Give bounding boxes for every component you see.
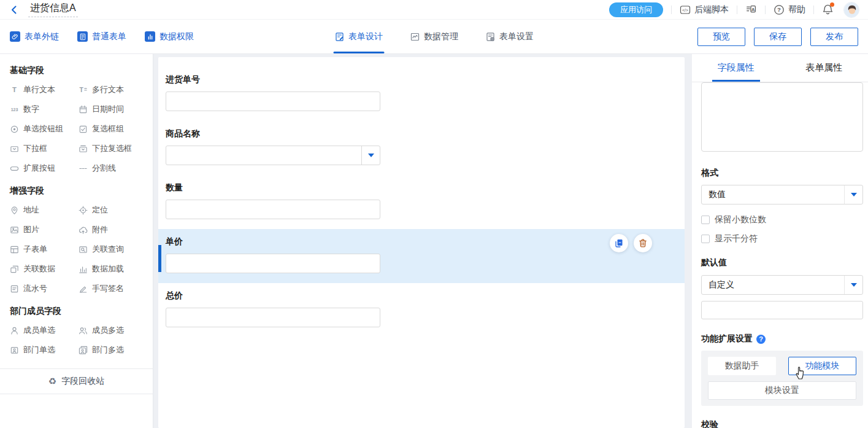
dept-multi-icon [79, 346, 88, 355]
notifications-button[interactable] [822, 4, 834, 15]
field-type-item-textarea[interactable]: T多行文本 [79, 80, 147, 99]
form-field-row[interactable]: 数量 [158, 175, 685, 229]
permission-icon [145, 31, 155, 42]
chevron-down-icon[interactable] [844, 276, 862, 294]
property-panel: 字段属性 表单属性 格式 数值 保留小数位数显示千分符 默认值 自定义 功能扩展… [692, 54, 868, 428]
tab-form-properties[interactable]: 表单属性 [780, 54, 868, 82]
field-type-item-subform[interactable]: 子表单 [10, 239, 79, 259]
checkbox-icon[interactable] [701, 216, 710, 224]
avatar[interactable] [843, 2, 859, 18]
default-value-select[interactable]: 自定义 [701, 275, 863, 295]
subform-icon [10, 245, 19, 254]
field-type-item-data-load[interactable]: 数据加载 [79, 259, 147, 279]
extension-title-label: 功能扩展设置 [701, 333, 753, 344]
form-external-link[interactable]: 表单外链 [10, 31, 59, 42]
app-access-button[interactable]: 应用访问 [609, 2, 663, 17]
field-type-item-datetime[interactable]: 日期时间 [79, 99, 147, 119]
titlebar-right: 应用访问 </> 后端脚本 A ? 帮助 [609, 2, 859, 18]
field-options-box[interactable] [701, 82, 863, 152]
preview-button[interactable]: 预览 [697, 28, 745, 46]
main-tabs: 表单设计 数据管理 表单设置 [334, 20, 534, 53]
option-checkbox-row[interactable]: 保留小数位数 [701, 210, 863, 229]
question-icon[interactable]: ? [756, 335, 766, 344]
field-type-item-member-single[interactable]: 成员单选 [10, 321, 79, 340]
field-type-item-member-multi[interactable]: 成员多选 [79, 321, 147, 340]
delete-field-button[interactable] [634, 234, 652, 252]
default-value-input[interactable] [701, 301, 863, 319]
validation-section-title: 校验 [701, 419, 863, 428]
help-button[interactable]: ? 帮助 [774, 4, 805, 15]
link-query-icon [79, 245, 88, 254]
extension-buttons: 数据助手功能模块 [708, 357, 856, 375]
backend-script-button[interactable]: </> 后端脚本 [680, 4, 729, 15]
form-field-row[interactable]: 单价 [158, 229, 685, 283]
sidebar-section-title: 增强字段 [10, 185, 147, 196]
tab-form-design[interactable]: 表单设计 [334, 20, 383, 53]
page-title[interactable]: 进货信息A [28, 2, 78, 17]
field-type-item-location[interactable]: 定位 [79, 200, 147, 220]
code-icon: </> [680, 4, 691, 15]
field-type-item-image[interactable]: 图片 [10, 220, 79, 239]
field-type-item-serial-number[interactable]: 流水号 [10, 279, 79, 298]
tab-form-settings[interactable]: 表单设置 [485, 20, 534, 53]
field-input[interactable] [166, 308, 380, 327]
field-type-item-multi-select[interactable]: 下拉复选框 [79, 139, 147, 158]
data-assistant-button[interactable]: 数据助手 [708, 357, 776, 375]
location-icon [79, 206, 88, 215]
field-type-item-attachment[interactable]: 附件 [79, 220, 147, 239]
field-input[interactable] [166, 200, 380, 219]
field-type-item-select[interactable]: 下拉框 [10, 139, 79, 158]
serial-number-icon [10, 284, 19, 294]
signature-icon [79, 284, 88, 294]
field-type-label: 复选框组 [92, 123, 124, 134]
field-recycle-bin[interactable]: ♻ 字段回收站 [0, 368, 153, 394]
data-permission-link[interactable]: 数据权限 [145, 31, 194, 42]
tab-field-properties[interactable]: 字段属性 [692, 54, 780, 82]
notification-dot [830, 2, 834, 7]
divider [737, 6, 737, 14]
field-label: 商品名称 [166, 128, 677, 139]
field-select[interactable] [166, 146, 380, 165]
publish-button[interactable]: 发布 [810, 28, 858, 46]
field-type-item-checkbox-group[interactable]: 复选框组 [79, 119, 147, 139]
field-input[interactable] [166, 254, 380, 273]
back-icon [9, 4, 20, 15]
field-type-item-text[interactable]: T单行文本 [10, 80, 79, 99]
field-type-item-dept-multi[interactable]: 部门多选 [79, 340, 147, 360]
text-icon: T [10, 85, 19, 95]
option-checkbox-row[interactable]: 显示千分符 [701, 229, 863, 248]
canvas-area: 进货单号商品名称数量单价总价 [153, 54, 688, 428]
field-type-item-link-query[interactable]: 关联查询 [79, 239, 147, 259]
field-palette-sidebar: 基础字段T单行文本T多行文本123数字日期时间单选按钮组复选框组下拉框下拉复选框… [0, 54, 153, 428]
copy-field-button[interactable] [610, 234, 628, 252]
language-button[interactable]: A [745, 4, 757, 15]
svg-text:123: 123 [11, 107, 18, 112]
form-canvas[interactable]: 进货单号商品名称数量单价总价 [158, 57, 685, 428]
option-label: 显示千分符 [715, 233, 758, 244]
format-select[interactable]: 数值 [701, 185, 863, 204]
field-type-item-dept-single[interactable]: 部门单选 [10, 340, 79, 360]
titlebar: 进货信息A 应用访问 </> 后端脚本 A ? 帮助 [0, 0, 868, 20]
function-module-button[interactable]: 功能模块 [788, 357, 856, 375]
field-type-item-radio-group[interactable]: 单选按钮组 [10, 119, 79, 139]
checkbox-icon[interactable] [701, 235, 710, 243]
field-type-item-button[interactable]: 扩展按钮 [10, 158, 79, 178]
tab-data-manage[interactable]: 数据管理 [410, 20, 458, 53]
field-type-item-address[interactable]: 地址 [10, 200, 79, 220]
chevron-down-icon[interactable] [361, 146, 380, 165]
module-settings-button[interactable]: 模块设置 [708, 381, 856, 400]
field-type-label: 定位 [92, 204, 108, 216]
field-input[interactable] [166, 91, 380, 111]
form-field-row[interactable]: 进货单号 [158, 67, 685, 121]
normal-form-link[interactable]: 普通表单 [77, 31, 126, 42]
field-type-item-link-data[interactable]: 关联数据 [10, 259, 79, 279]
chevron-down-icon[interactable] [844, 185, 862, 204]
save-button[interactable]: 保存 [754, 28, 802, 46]
field-type-item-divider[interactable]: 分割线 [79, 158, 147, 178]
field-type-item-signature[interactable]: 手写签名 [79, 279, 147, 298]
form-field-row[interactable]: 商品名称 [158, 121, 685, 175]
form-field-row[interactable]: 总价 [158, 283, 685, 337]
divider [765, 6, 766, 14]
field-type-item-number[interactable]: 123数字 [10, 99, 79, 119]
back-button[interactable] [6, 2, 22, 18]
